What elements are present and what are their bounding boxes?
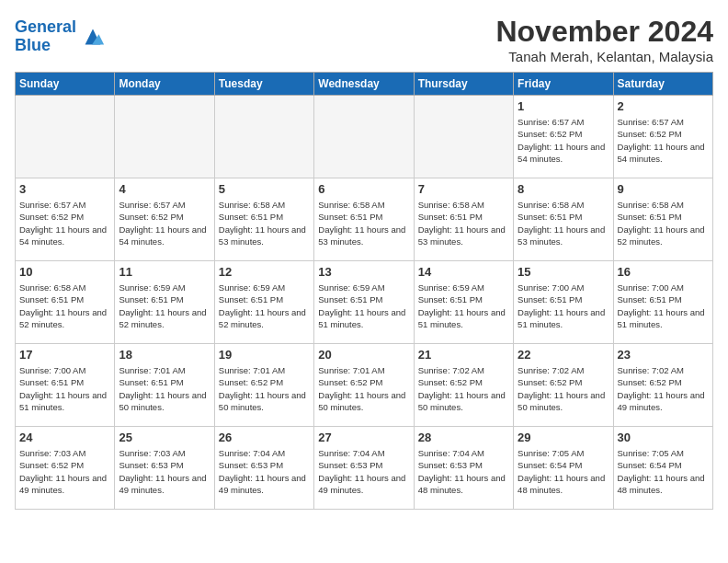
day-number: 20 <box>318 348 409 362</box>
calendar-cell: 20Sunrise: 7:01 AM Sunset: 6:52 PM Dayli… <box>314 344 414 427</box>
calendar-cell: 7Sunrise: 6:58 AM Sunset: 6:51 PM Daylig… <box>414 178 513 261</box>
calendar-cell: 22Sunrise: 7:02 AM Sunset: 6:52 PM Dayli… <box>514 344 613 427</box>
calendar-cell: 21Sunrise: 7:02 AM Sunset: 6:52 PM Dayli… <box>414 344 513 427</box>
day-number: 6 <box>318 182 409 196</box>
cell-info: Sunrise: 7:02 AM Sunset: 6:52 PM Dayligh… <box>418 364 509 413</box>
day-number: 2 <box>618 99 709 113</box>
weekday-header-saturday: Saturday <box>613 73 712 96</box>
day-number: 24 <box>19 431 110 444</box>
calendar-cell <box>16 96 115 178</box>
calendar-cell: 12Sunrise: 6:59 AM Sunset: 6:51 PM Dayli… <box>214 261 313 344</box>
calendar-cell: 16Sunrise: 7:00 AM Sunset: 6:51 PM Dayli… <box>613 261 712 344</box>
day-number: 12 <box>219 265 310 279</box>
calendar-cell: 29Sunrise: 7:05 AM Sunset: 6:54 PM Dayli… <box>514 427 613 510</box>
day-number: 5 <box>219 182 310 196</box>
cell-info: Sunrise: 7:01 AM Sunset: 6:52 PM Dayligh… <box>318 364 409 413</box>
calendar-cell: 13Sunrise: 6:59 AM Sunset: 6:51 PM Dayli… <box>314 261 414 344</box>
cell-info: Sunrise: 7:00 AM Sunset: 6:51 PM Dayligh… <box>618 282 709 330</box>
cell-info: Sunrise: 7:01 AM Sunset: 6:51 PM Dayligh… <box>119 364 210 413</box>
day-number: 9 <box>618 182 709 196</box>
day-number: 1 <box>518 99 609 113</box>
calendar-cell: 6Sunrise: 6:58 AM Sunset: 6:51 PM Daylig… <box>314 178 414 261</box>
day-number: 23 <box>618 348 709 362</box>
logo-general: General <box>15 17 76 36</box>
cell-info: Sunrise: 6:58 AM Sunset: 6:51 PM Dayligh… <box>318 199 409 247</box>
calendar-cell: 17Sunrise: 7:00 AM Sunset: 6:51 PM Dayli… <box>16 344 115 427</box>
month-title: November 2024 <box>495 15 713 49</box>
calendar-cell: 10Sunrise: 6:58 AM Sunset: 6:51 PM Dayli… <box>16 261 115 344</box>
logo-blue: Blue <box>15 37 76 55</box>
cell-info: Sunrise: 6:58 AM Sunset: 6:51 PM Dayligh… <box>19 282 110 330</box>
cell-info: Sunrise: 7:02 AM Sunset: 6:52 PM Dayligh… <box>618 364 709 413</box>
weekday-header-tuesday: Tuesday <box>214 73 313 96</box>
day-number: 29 <box>518 431 609 444</box>
weekday-header-thursday: Thursday <box>414 73 513 96</box>
calendar-table: SundayMondayTuesdayWednesdayThursdayFrid… <box>15 72 713 510</box>
calendar-cell <box>214 96 313 178</box>
logo: General Blue <box>15 18 106 55</box>
cell-info: Sunrise: 6:58 AM Sunset: 6:51 PM Dayligh… <box>418 199 509 247</box>
day-number: 27 <box>318 431 409 444</box>
cell-info: Sunrise: 7:01 AM Sunset: 6:52 PM Dayligh… <box>219 364 310 413</box>
logo-icon <box>80 24 106 50</box>
page-header: General Blue November 2024 Tanah Merah, … <box>15 15 713 64</box>
calendar-cell: 2Sunrise: 6:57 AM Sunset: 6:52 PM Daylig… <box>613 96 712 178</box>
title-block: November 2024 Tanah Merah, Kelantan, Mal… <box>495 15 713 64</box>
calendar-cell <box>314 96 414 178</box>
weekday-header-sunday: Sunday <box>16 73 115 96</box>
day-number: 18 <box>119 348 210 362</box>
cell-info: Sunrise: 6:59 AM Sunset: 6:51 PM Dayligh… <box>219 282 310 330</box>
logo-blue-text: Blue <box>15 36 51 54</box>
day-number: 30 <box>618 431 709 444</box>
cell-info: Sunrise: 6:59 AM Sunset: 6:51 PM Dayligh… <box>318 282 409 330</box>
calendar-cell: 11Sunrise: 6:59 AM Sunset: 6:51 PM Dayli… <box>115 261 214 344</box>
day-number: 10 <box>19 265 110 279</box>
calendar-cell: 28Sunrise: 7:04 AM Sunset: 6:53 PM Dayli… <box>414 427 513 510</box>
calendar-cell: 25Sunrise: 7:03 AM Sunset: 6:53 PM Dayli… <box>115 427 214 510</box>
cell-info: Sunrise: 6:57 AM Sunset: 6:52 PM Dayligh… <box>119 199 210 247</box>
cell-info: Sunrise: 7:04 AM Sunset: 6:53 PM Dayligh… <box>418 447 509 496</box>
day-number: 25 <box>119 431 210 444</box>
calendar-cell: 23Sunrise: 7:02 AM Sunset: 6:52 PM Dayli… <box>613 344 712 427</box>
calendar-cell: 14Sunrise: 6:59 AM Sunset: 6:51 PM Dayli… <box>414 261 513 344</box>
cell-info: Sunrise: 7:03 AM Sunset: 6:52 PM Dayligh… <box>19 447 110 496</box>
day-number: 11 <box>119 265 210 279</box>
cell-info: Sunrise: 6:58 AM Sunset: 6:51 PM Dayligh… <box>618 199 709 247</box>
day-number: 21 <box>418 348 509 362</box>
location-title: Tanah Merah, Kelantan, Malaysia <box>495 49 713 64</box>
calendar-cell: 26Sunrise: 7:04 AM Sunset: 6:53 PM Dayli… <box>214 427 313 510</box>
calendar-cell: 30Sunrise: 7:05 AM Sunset: 6:54 PM Dayli… <box>613 427 712 510</box>
calendar-cell: 19Sunrise: 7:01 AM Sunset: 6:52 PM Dayli… <box>214 344 313 427</box>
weekday-header-monday: Monday <box>115 73 214 96</box>
day-number: 8 <box>518 182 609 196</box>
day-number: 16 <box>618 265 709 279</box>
day-number: 28 <box>418 431 509 444</box>
logo-text: General <box>15 18 76 37</box>
weekday-header-wednesday: Wednesday <box>314 73 414 96</box>
day-number: 17 <box>19 348 110 362</box>
cell-info: Sunrise: 6:57 AM Sunset: 6:52 PM Dayligh… <box>618 116 709 165</box>
day-number: 26 <box>219 431 310 444</box>
cell-info: Sunrise: 7:04 AM Sunset: 6:53 PM Dayligh… <box>219 447 310 496</box>
calendar-cell: 24Sunrise: 7:03 AM Sunset: 6:52 PM Dayli… <box>16 427 115 510</box>
day-number: 4 <box>119 182 210 196</box>
calendar-cell: 3Sunrise: 6:57 AM Sunset: 6:52 PM Daylig… <box>16 178 115 261</box>
day-number: 22 <box>518 348 609 362</box>
cell-info: Sunrise: 6:58 AM Sunset: 6:51 PM Dayligh… <box>518 199 609 247</box>
cell-info: Sunrise: 7:00 AM Sunset: 6:51 PM Dayligh… <box>518 282 609 330</box>
cell-info: Sunrise: 7:00 AM Sunset: 6:51 PM Dayligh… <box>19 364 110 413</box>
day-number: 14 <box>418 265 509 279</box>
cell-info: Sunrise: 7:05 AM Sunset: 6:54 PM Dayligh… <box>518 447 609 496</box>
cell-info: Sunrise: 6:58 AM Sunset: 6:51 PM Dayligh… <box>219 199 310 247</box>
calendar-cell: 18Sunrise: 7:01 AM Sunset: 6:51 PM Dayli… <box>115 344 214 427</box>
calendar-cell: 27Sunrise: 7:04 AM Sunset: 6:53 PM Dayli… <box>314 427 414 510</box>
weekday-header-friday: Friday <box>514 73 613 96</box>
calendar-cell: 1Sunrise: 6:57 AM Sunset: 6:52 PM Daylig… <box>514 96 613 178</box>
calendar-cell: 9Sunrise: 6:58 AM Sunset: 6:51 PM Daylig… <box>613 178 712 261</box>
cell-info: Sunrise: 6:57 AM Sunset: 6:52 PM Dayligh… <box>518 116 609 165</box>
day-number: 15 <box>518 265 609 279</box>
cell-info: Sunrise: 6:57 AM Sunset: 6:52 PM Dayligh… <box>19 199 110 247</box>
cell-info: Sunrise: 7:04 AM Sunset: 6:53 PM Dayligh… <box>318 447 409 496</box>
cell-info: Sunrise: 7:02 AM Sunset: 6:52 PM Dayligh… <box>518 364 609 413</box>
cell-info: Sunrise: 7:05 AM Sunset: 6:54 PM Dayligh… <box>618 447 709 496</box>
